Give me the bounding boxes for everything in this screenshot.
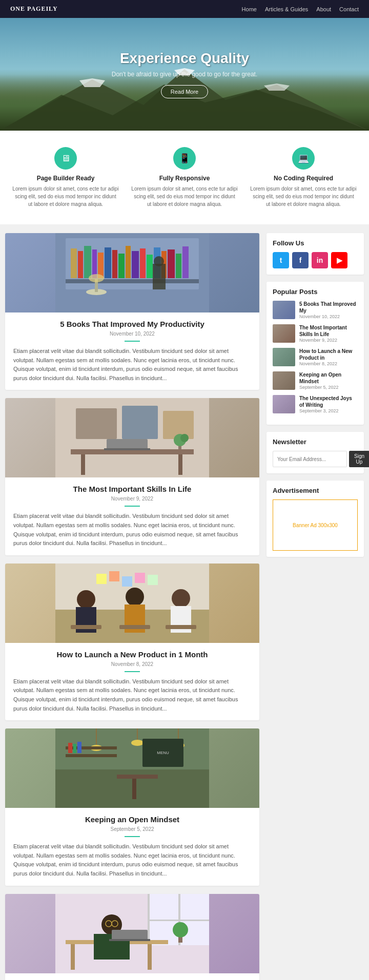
nav-articles[interactable]: Articles & Guides — [265, 6, 308, 12]
post-image-meeting — [5, 564, 259, 643]
social-icons: t f in ▶ — [273, 252, 358, 268]
post-divider — [125, 836, 140, 837]
nav-brand: ONE PAGEILY — [10, 5, 58, 13]
svg-rect-70 — [66, 754, 117, 757]
svg-point-67 — [131, 740, 144, 746]
popular-post-item: How to Launch a New Product in November … — [273, 348, 358, 366]
svg-rect-55 — [96, 574, 107, 584]
post-divider — [125, 341, 140, 342]
popular-post-thumb-5 — [273, 395, 295, 413]
popular-post-title-5[interactable]: The Unexpected Joys of Writing — [299, 395, 358, 408]
follow-us-title: Follow Us — [273, 239, 358, 247]
svg-rect-87 — [148, 944, 152, 970]
svg-rect-72 — [68, 743, 72, 753]
popular-post-date-1: November 10, 2022 — [299, 314, 358, 319]
newsletter-email-input[interactable] — [273, 451, 347, 467]
main-posts: 5 Books That Improved My Productivity No… — [5, 233, 259, 980]
sidebar-follow-section: Follow Us t f in ▶ — [266, 233, 364, 275]
svg-rect-14 — [112, 250, 117, 278]
post-image-cafe: MENU — [5, 728, 259, 808]
svg-rect-19 — [147, 255, 153, 278]
main-container: 🖥 Page Builder Ready Lorem ipsum dolor s… — [0, 131, 369, 980]
feature-icon-2: 📱 — [173, 147, 196, 170]
svg-rect-37 — [178, 454, 182, 475]
svg-rect-22 — [168, 249, 175, 278]
svg-rect-39 — [104, 448, 150, 450]
hero-read-more-button[interactable]: Read More — [161, 85, 208, 98]
post-image-writing — [5, 894, 259, 973]
nav-home[interactable]: Home — [242, 6, 257, 12]
post-divider — [125, 671, 140, 672]
post-excerpt: Etiam placerat velit vitae dui blandit s… — [13, 347, 251, 383]
feature-title-1: Page Builder Ready — [12, 175, 119, 182]
svg-point-27 — [89, 274, 104, 282]
popular-post-title-3[interactable]: How to Launch a New Product in — [299, 348, 358, 361]
svg-rect-74 — [77, 742, 81, 753]
popular-post-title-2[interactable]: The Most Important Skills In Life — [299, 324, 358, 338]
svg-rect-28 — [153, 264, 166, 289]
youtube-icon[interactable]: ▶ — [331, 252, 347, 268]
popular-post-title-1[interactable]: 5 Books That Improved My — [299, 301, 358, 314]
post-divider — [125, 506, 140, 507]
feature-no-coding: 💻 No Coding Required Lorem ipsum dolor s… — [246, 143, 361, 212]
popular-post-title-4[interactable]: Keeping an Open Mindset — [299, 371, 358, 385]
svg-rect-58 — [135, 573, 145, 583]
popular-post-thumb-1 — [273, 301, 295, 319]
navbar: ONE PAGEILY Home Articles & Guides About… — [0, 0, 369, 18]
twitter-icon[interactable]: t — [273, 252, 289, 268]
popular-post-info: The Most Important Skills In Life Novemb… — [299, 324, 358, 343]
svg-rect-13 — [105, 247, 111, 278]
post-title: 5 Books That Improved My Productivity — [13, 320, 251, 328]
svg-rect-17 — [132, 251, 139, 278]
svg-rect-57 — [122, 576, 132, 587]
svg-rect-73 — [73, 744, 76, 753]
svg-point-95 — [173, 922, 188, 937]
post-card: The Most Important Skills In Life Novemb… — [5, 398, 259, 555]
feature-text-2: Lorem ipsum dolor sit amet, cons ecte tu… — [131, 185, 238, 208]
features-section: 🖥 Page Builder Ready Lorem ipsum dolor s… — [0, 131, 369, 225]
svg-rect-23 — [176, 254, 181, 278]
svg-point-29 — [154, 256, 164, 266]
hero-section: Experience Quality Don't be afraid to gi… — [0, 18, 369, 131]
ad-title: Advertisement — [273, 487, 358, 494]
popular-post-thumb-4 — [273, 371, 295, 390]
post-date: September 5, 2022 — [13, 826, 251, 832]
post-body: The Most Important Skills In Life Novemb… — [5, 477, 259, 555]
feature-icon-1: 🖥 — [54, 147, 77, 170]
post-title: Keeping an Open Mindset — [13, 815, 251, 824]
svg-rect-11 — [92, 249, 97, 278]
post-excerpt: Etiam placerat velit vitae dui blandit s… — [13, 512, 251, 548]
svg-rect-75 — [117, 775, 158, 779]
sidebar-popular-section: Popular Posts 5 Books That Improved My N… — [266, 282, 364, 425]
instagram-icon[interactable]: in — [312, 252, 328, 268]
popular-post-item: Keeping an Open Mindset September 5, 202… — [273, 371, 358, 390]
nav-about[interactable]: About — [316, 6, 331, 12]
nav-contact[interactable]: Contact — [339, 6, 359, 12]
svg-rect-38 — [107, 439, 148, 449]
post-card: The Unexpected Joys of Writing September… — [5, 894, 259, 981]
feature-text-1: Lorem ipsum dolor sit amet, cons ecte tu… — [12, 185, 119, 208]
feature-title-3: No Coding Required — [250, 175, 357, 182]
svg-rect-9 — [78, 251, 83, 278]
newsletter-form: Sign Up — [273, 451, 358, 467]
popular-post-info: The Unexpected Joys of Writing September… — [299, 395, 358, 413]
feature-responsive: 📱 Fully Responsive Lorem ipsum dolor sit… — [127, 143, 242, 212]
ad-text: Banner Ad 300x300 — [293, 523, 338, 528]
svg-rect-84 — [148, 920, 209, 921]
svg-rect-24 — [182, 246, 189, 278]
post-date: November 9, 2022 — [13, 496, 251, 502]
hero-title: Experience Quality — [112, 50, 257, 67]
svg-point-48 — [126, 588, 144, 606]
popular-post-date-3: November 8, 2022 — [299, 361, 358, 366]
newsletter-sign-up-button[interactable]: Sign Up — [349, 451, 369, 467]
post-image-office — [5, 398, 259, 477]
svg-point-42 — [180, 434, 189, 442]
svg-rect-7 — [66, 279, 199, 283]
facebook-icon[interactable]: f — [292, 252, 309, 268]
svg-rect-76 — [132, 779, 136, 799]
svg-rect-54 — [166, 625, 196, 629]
popular-post-item: 5 Books That Improved My November 10, 20… — [273, 301, 358, 319]
popular-post-info: 5 Books That Improved My November 10, 20… — [299, 301, 358, 319]
post-body: How to Launch a New Product in 1 Month N… — [5, 643, 259, 720]
svg-rect-59 — [148, 575, 158, 585]
